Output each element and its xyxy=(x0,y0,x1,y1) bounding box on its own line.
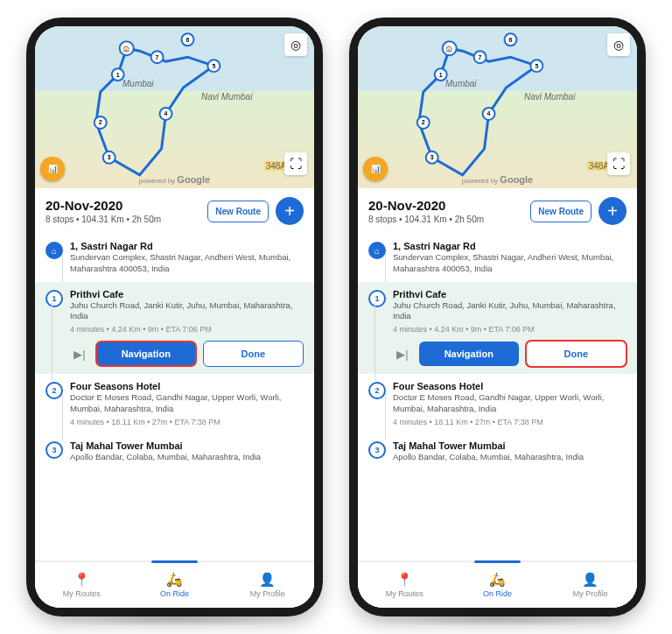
stats-badge-icon[interactable]: 📊 xyxy=(363,157,388,181)
skip-icon[interactable]: ▶| xyxy=(70,344,89,363)
map-city-label: Mumbai xyxy=(445,79,477,88)
stop-meta: 4 minutes • 4.24 Km • 9m • ETA 7:06 PM xyxy=(70,325,304,334)
svg-text:5: 5 xyxy=(212,63,215,69)
routes-icon: 📍 xyxy=(74,572,90,588)
fullscreen-icon[interactable]: ⛶ xyxy=(607,152,630,175)
route-date: 20-Nov-2020 xyxy=(46,198,200,213)
stats-badge-icon[interactable]: 📊 xyxy=(40,157,65,181)
stop-item-home[interactable]: ⌂ 1, Sastri Nagar Rd Sundervan Complex, … xyxy=(46,234,304,282)
svg-text:4: 4 xyxy=(487,110,491,116)
stop-address: Doctor E Moses Road, Gandhi Nagar, Upper… xyxy=(70,392,304,415)
navigation-button[interactable]: Navigation xyxy=(419,342,519,366)
stop-meta: 4 minutes • 4.24 Km • 9m • ETA 7:06 PM xyxy=(393,325,626,334)
stop-item[interactable]: 3 Taj Mahal Tower Mumbai Apollo Bandar, … xyxy=(368,433,626,470)
stop-number: 2 xyxy=(46,382,63,399)
svg-text:5: 5 xyxy=(535,63,538,69)
stop-address: Sundervan Complex, Shastri Nagar, Andher… xyxy=(70,252,304,275)
home-icon: ⌂ xyxy=(368,242,386,259)
content-area: 20-Nov-2020 8 stops • 104.31 Km • 2h 50m… xyxy=(358,188,637,608)
stop-item[interactable]: 3 Taj Mahal Tower Mumbai Apollo Bandar, … xyxy=(46,433,304,470)
stop-meta: 4 minutes • 18.11 Km • 27m • ETA 7:38 PM xyxy=(393,418,626,426)
stop-title: Prithvi Cafe xyxy=(70,289,304,299)
fullscreen-icon[interactable]: ⛶ xyxy=(284,152,307,175)
stop-actions: ▶| Navigation Done xyxy=(70,341,304,367)
route-header: 20-Nov-2020 8 stops • 104.31 Km • 2h 50m… xyxy=(35,188,314,234)
stop-title: Four Seasons Hotel xyxy=(70,381,304,391)
done-button[interactable]: Done xyxy=(526,341,627,367)
bottom-nav: 📍 My Routes 🛵 On Ride 👤 My Profile xyxy=(358,560,637,608)
nav-my-routes[interactable]: 📍 My Routes xyxy=(358,562,451,608)
stop-item-active[interactable]: 1 Prithvi Cafe Juhu Church Road, Janki K… xyxy=(35,282,314,375)
stop-number: 1 xyxy=(46,290,63,307)
scooter-icon: 🛵 xyxy=(166,572,183,588)
stop-meta: 4 minutes • 18.11 Km • 27m • ETA 7:38 PM xyxy=(70,418,304,426)
route-date: 20-Nov-2020 xyxy=(368,198,523,213)
map-controls: ◎ ⛶ xyxy=(284,33,307,175)
map-area[interactable]: 🏠 1 2 3 4 5 6 7 Mumbai Navi Mumbai 348A … xyxy=(35,26,314,188)
done-button[interactable]: Done xyxy=(203,341,304,367)
stop-item-home[interactable]: ⌂ 1, Sastri Nagar Rd Sundervan Complex, … xyxy=(368,234,626,282)
skip-icon[interactable]: ▶| xyxy=(393,344,412,363)
stop-title: Four Seasons Hotel xyxy=(393,381,626,391)
svg-text:🏠: 🏠 xyxy=(445,45,453,53)
stop-title: 1, Sastri Nagar Rd xyxy=(393,241,626,251)
map-brand: powered by Google xyxy=(139,174,210,185)
bottom-nav: 📍 My Routes 🛵 On Ride 👤 My Profile xyxy=(35,560,314,608)
stop-address: Juhu Church Road, Janki Kutir, Juhu, Mum… xyxy=(393,300,626,323)
stop-actions: ▶| Navigation Done xyxy=(393,341,626,367)
svg-text:3: 3 xyxy=(430,154,434,160)
profile-icon: 👤 xyxy=(582,572,598,588)
stop-address: Apollo Bandar, Colaba, Mumbai, Maharasht… xyxy=(70,452,304,463)
svg-text:7: 7 xyxy=(479,54,482,60)
svg-text:1: 1 xyxy=(439,72,443,78)
svg-text:2: 2 xyxy=(422,119,425,125)
route-header: 20-Nov-2020 8 stops • 104.31 Km • 2h 50m… xyxy=(358,188,637,234)
add-button[interactable]: + xyxy=(598,197,626,225)
route-summary: 8 stops • 104.31 Km • 2h 50m xyxy=(46,215,200,224)
svg-text:4: 4 xyxy=(164,110,168,116)
screen: 🏠 1 2 3 4 5 6 7 Mumbai Navi Mumbai 348A … xyxy=(358,26,637,608)
svg-text:6: 6 xyxy=(186,37,190,43)
nav-my-profile[interactable]: 👤 My Profile xyxy=(221,562,314,608)
stop-title: Prithvi Cafe xyxy=(393,289,626,299)
scooter-icon: 🛵 xyxy=(489,572,506,588)
svg-text:1: 1 xyxy=(116,72,120,78)
map-city-label: Navi Mumbai xyxy=(201,92,252,102)
stop-number: 3 xyxy=(46,441,63,459)
stop-item[interactable]: 2 Four Seasons Hotel Doctor E Moses Road… xyxy=(368,374,626,433)
routes-icon: 📍 xyxy=(396,572,413,588)
map-area[interactable]: 🏠 1 2 3 4 5 6 7 Mumbai Navi Mumbai 348A … xyxy=(358,26,637,188)
stops-list[interactable]: ⌂ 1, Sastri Nagar Rd Sundervan Complex, … xyxy=(358,234,637,560)
locate-icon[interactable]: ◎ xyxy=(607,33,630,56)
map-city-label: Mumbai xyxy=(122,79,154,88)
navigation-button[interactable]: Navigation xyxy=(96,342,196,366)
content-area: 20-Nov-2020 8 stops • 104.31 Km • 2h 50m… xyxy=(35,188,314,608)
svg-text:7: 7 xyxy=(156,54,159,60)
locate-icon[interactable]: ◎ xyxy=(284,33,307,56)
stop-title: Taj Mahal Tower Mumbai xyxy=(70,440,304,451)
nav-on-ride[interactable]: 🛵 On Ride xyxy=(451,562,543,608)
stop-title: 1, Sastri Nagar Rd xyxy=(70,241,304,251)
stops-list[interactable]: ⌂ 1, Sastri Nagar Rd Sundervan Complex, … xyxy=(35,234,314,560)
nav-my-profile[interactable]: 👤 My Profile xyxy=(544,562,637,608)
stop-title: Taj Mahal Tower Mumbai xyxy=(393,440,626,451)
svg-text:2: 2 xyxy=(99,119,102,125)
map-brand: powered by Google xyxy=(462,174,533,185)
stop-address: Apollo Bandar, Colaba, Mumbai, Maharasht… xyxy=(393,452,626,463)
map-controls: ◎ ⛶ xyxy=(607,33,630,175)
phone-frame-right: 🏠 1 2 3 4 5 6 7 Mumbai Navi Mumbai 348A … xyxy=(349,18,646,616)
map-city-label: Navi Mumbai xyxy=(524,92,575,102)
stop-number: 1 xyxy=(368,290,386,307)
new-route-button[interactable]: New Route xyxy=(207,201,269,222)
svg-text:3: 3 xyxy=(108,154,111,160)
screen: 🏠 1 2 3 4 5 6 7 Mumbai Navi Mumbai 348A … xyxy=(35,26,314,608)
phone-frame-left: 🏠 1 2 3 4 5 6 7 Mumbai Navi Mumbai 348A … xyxy=(26,18,323,616)
nav-on-ride[interactable]: 🛵 On Ride xyxy=(128,562,220,608)
stop-address: Doctor E Moses Road, Gandhi Nagar, Upper… xyxy=(393,392,626,415)
stop-item-active[interactable]: 1 Prithvi Cafe Juhu Church Road, Janki K… xyxy=(358,282,637,375)
svg-text:6: 6 xyxy=(509,37,513,43)
add-button[interactable]: + xyxy=(276,197,304,225)
stop-item[interactable]: 2 Four Seasons Hotel Doctor E Moses Road… xyxy=(46,374,304,433)
new-route-button[interactable]: New Route xyxy=(530,201,592,222)
nav-my-routes[interactable]: 📍 My Routes xyxy=(35,562,128,608)
